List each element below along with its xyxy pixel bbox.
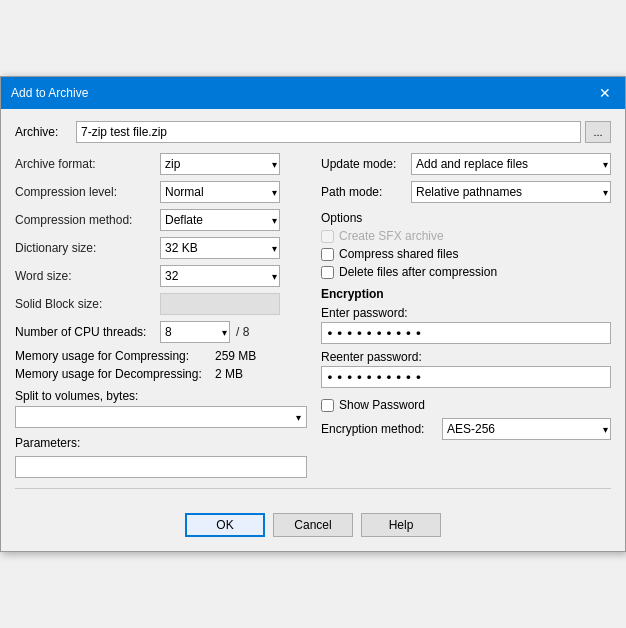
encryption-method-wrapper: AES-256 ZipCrypto (442, 418, 611, 440)
compression-method-select[interactable]: Deflate Deflate64 BZip2 LZMA (160, 209, 280, 231)
create-sfx-checkbox[interactable] (321, 230, 334, 243)
solid-block-label: Solid Block size: (15, 297, 160, 311)
path-mode-wrapper: Relative pathnames Full pathnames Absolu… (411, 181, 611, 203)
memory-decompress-label: Memory usage for Decompressing: (15, 367, 215, 381)
dialog-title: Add to Archive (11, 86, 88, 100)
split-volumes-wrapper (15, 406, 307, 428)
delete-after-checkbox[interactable] (321, 266, 334, 279)
update-mode-select[interactable]: Add and replace files Update and add fil… (411, 153, 611, 175)
dictionary-size-select[interactable]: 32 KB 64 KB 128 KB (160, 237, 280, 259)
cpu-threads-select[interactable]: 1 2 4 8 (160, 321, 230, 343)
cpu-threads-label: Number of CPU threads: (15, 325, 160, 339)
show-password-row: Show Password (321, 398, 611, 412)
compression-level-label: Compression level: (15, 185, 160, 199)
path-mode-row: Path mode: Relative pathnames Full pathn… (321, 181, 611, 203)
cancel-button[interactable]: Cancel (273, 513, 353, 537)
path-mode-select[interactable]: Relative pathnames Full pathnames Absolu… (411, 181, 611, 203)
reenter-password-label: Reenter password: (321, 350, 611, 364)
word-size-label: Word size: (15, 269, 160, 283)
dictionary-size-row: Dictionary size: 32 KB 64 KB 128 KB (15, 237, 307, 259)
split-volumes-section: Split to volumes, bytes: (15, 389, 307, 428)
create-sfx-label: Create SFX archive (339, 229, 444, 243)
parameters-input[interactable] (15, 456, 307, 478)
compress-shared-row: Compress shared files (321, 247, 611, 261)
memory-decompress-row: Memory usage for Decompressing: 2 MB (15, 367, 307, 381)
cpu-threads-row: Number of CPU threads: 1 2 4 8 / 8 (15, 321, 307, 343)
browse-button[interactable]: ... (585, 121, 611, 143)
archive-path-select[interactable]: 7-zip test file.zip (76, 121, 581, 143)
archive-format-select[interactable]: zip 7z tar gzip (160, 153, 280, 175)
archive-format-wrapper: zip 7z tar gzip (160, 153, 280, 175)
title-bar: Add to Archive ✕ (1, 77, 625, 109)
cpu-max-label: / 8 (236, 325, 249, 339)
show-password-label: Show Password (339, 398, 425, 412)
create-sfx-row: Create SFX archive (321, 229, 611, 243)
reenter-password-input[interactable] (321, 366, 611, 388)
show-password-checkbox[interactable] (321, 399, 334, 412)
dictionary-size-label: Dictionary size: (15, 241, 160, 255)
archive-label: Archive: (15, 125, 70, 139)
main-columns: Archive format: zip 7z tar gzip Compress… (15, 153, 611, 478)
parameters-label: Parameters: (15, 436, 307, 450)
compression-method-wrapper: Deflate Deflate64 BZip2 LZMA (160, 209, 280, 231)
update-mode-wrapper: Add and replace files Update and add fil… (411, 153, 611, 175)
encryption-section: Encryption Enter password: Reenter passw… (321, 287, 611, 440)
memory-compress-row: Memory usage for Compressing: 259 MB (15, 349, 307, 363)
split-volumes-label: Split to volumes, bytes: (15, 389, 307, 403)
update-mode-label: Update mode: (321, 157, 411, 171)
archive-format-label: Archive format: (15, 157, 160, 171)
parameters-section: Parameters: (15, 436, 307, 478)
add-to-archive-dialog: Add to Archive ✕ Archive: 7-zip test fil… (0, 76, 626, 552)
archive-row: Archive: 7-zip test file.zip ... (15, 121, 611, 143)
encryption-title: Encryption (321, 287, 611, 301)
compress-shared-label: Compress shared files (339, 247, 458, 261)
memory-compress-label: Memory usage for Compressing: (15, 349, 215, 363)
help-button[interactable]: Help (361, 513, 441, 537)
compress-shared-checkbox[interactable] (321, 248, 334, 261)
solid-block-row: Solid Block size: (15, 293, 307, 315)
word-size-row: Word size: 32 64 128 (15, 265, 307, 287)
split-volumes-select[interactable] (15, 406, 307, 428)
options-section: Options Create SFX archive Compress shar… (321, 211, 611, 279)
compression-level-row: Compression level: Store Fastest Fast No… (15, 181, 307, 203)
memory-decompress-value: 2 MB (215, 367, 243, 381)
close-button[interactable]: ✕ (595, 83, 615, 103)
dictionary-size-wrapper: 32 KB 64 KB 128 KB (160, 237, 280, 259)
word-size-wrapper: 32 64 128 (160, 265, 280, 287)
word-size-select[interactable]: 32 64 128 (160, 265, 280, 287)
encryption-method-label: Encryption method: (321, 422, 436, 436)
footer: OK Cancel Help (1, 499, 625, 551)
dialog-body: Archive: 7-zip test file.zip ... Archive… (1, 109, 625, 488)
left-column: Archive format: zip 7z tar gzip Compress… (15, 153, 307, 478)
update-mode-row: Update mode: Add and replace files Updat… (321, 153, 611, 175)
enter-password-label: Enter password: (321, 306, 611, 320)
compression-level-select[interactable]: Store Fastest Fast Normal Maximum Ultra (160, 181, 280, 203)
footer-separator (15, 488, 611, 489)
archive-path-container: 7-zip test file.zip ... (76, 121, 611, 143)
encryption-method-row: Encryption method: AES-256 ZipCrypto (321, 418, 611, 440)
delete-after-label: Delete files after compression (339, 265, 497, 279)
solid-block-input[interactable] (160, 293, 280, 315)
delete-after-row: Delete files after compression (321, 265, 611, 279)
path-mode-label: Path mode: (321, 185, 411, 199)
compression-level-wrapper: Store Fastest Fast Normal Maximum Ultra (160, 181, 280, 203)
memory-compress-value: 259 MB (215, 349, 256, 363)
encryption-method-select[interactable]: AES-256 ZipCrypto (442, 418, 611, 440)
compression-method-row: Compression method: Deflate Deflate64 BZ… (15, 209, 307, 231)
ok-button[interactable]: OK (185, 513, 265, 537)
memory-section: Memory usage for Compressing: 259 MB Mem… (15, 349, 307, 381)
archive-format-row: Archive format: zip 7z tar gzip (15, 153, 307, 175)
cpu-threads-wrapper: 1 2 4 8 (160, 321, 230, 343)
enter-password-input[interactable] (321, 322, 611, 344)
options-title: Options (321, 211, 611, 225)
compression-method-label: Compression method: (15, 213, 160, 227)
right-column: Update mode: Add and replace files Updat… (321, 153, 611, 478)
